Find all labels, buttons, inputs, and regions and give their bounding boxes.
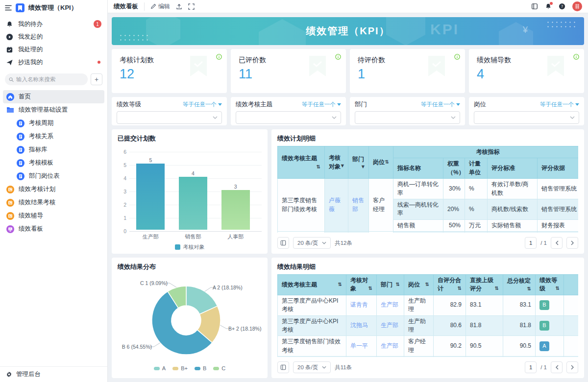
col-header-0[interactable]: 绩效考核主题⇅ [278,275,346,295]
info-icon[interactable] [454,53,460,62]
filter-operator-dropdown[interactable]: 等于任意一个 [302,101,341,108]
dept-link[interactable]: 生产部 [381,301,398,308]
search-input-field[interactable] [16,76,84,82]
sidebar-quick-item[interactable]: 抄送我的 [0,56,107,69]
theme-filter-select[interactable] [236,111,341,124]
sort-icon: ⇅ [556,285,560,292]
dept-link[interactable]: 生产部 [381,322,398,329]
prev-page-button[interactable] [551,237,563,249]
dept-link[interactable]: 生产部 [381,342,398,349]
sidebar-item-考核关系[interactable]: 考核关系 [3,130,104,143]
search-input[interactable] [5,73,88,85]
bar-人事部[interactable] [221,190,250,230]
person-link[interactable]: 卢薇薇 [329,197,341,212]
chart-title: 绩效结果分布 [112,263,268,271]
bar-chart-legend[interactable]: 考核对象 [112,243,268,251]
module-icon [6,199,14,207]
col-header-7[interactable]: 绩效等级⇅ [536,275,564,295]
share-button[interactable] [176,3,182,10]
person-link[interactable]: 沈拖马 [350,322,368,329]
page-size-select[interactable]: 20 条/页 [293,361,331,373]
legend-item-A[interactable]: A [154,365,166,371]
bar-销售部[interactable] [179,177,207,230]
result-table-wrap: 绩效考核主题⇅考核对象⇅部门⇅岗位⇅自评分合计⇅直接上级评分⇅总分核定⇅绩效等级… [277,274,578,357]
sidebar-item-home[interactable]: 首页 [3,90,104,103]
dept-link[interactable]: 销售部 [352,197,364,212]
person-link[interactable]: 谌青青 [350,301,368,308]
chevron-left-icon [555,365,559,370]
sidebar-item-绩效结果考核[interactable]: 绩效结果考核 [3,196,104,209]
page-number-input[interactable]: 1 [525,237,537,249]
sidebar-item-指标库[interactable]: 指标库 [3,143,104,156]
col-header-3[interactable]: 岗位⇅ [404,275,434,295]
col-header-standard[interactable]: 评分标准 [488,158,538,179]
table-row: 第三季度销售部门绩效考核张滨销售部客户经理商机—订单转化率30%%有效订单数/商… [278,232,579,233]
user-avatar[interactable] [572,1,582,11]
legend-item-B[interactable]: B [195,365,206,371]
col-header-1[interactable]: 考核对象⇅ [346,275,377,295]
col-header-basis[interactable]: 评分依据 [538,158,579,179]
col-header-2[interactable]: 部门⇅ [377,275,404,295]
legend-item-C[interactable]: C [213,365,225,371]
columns-toggle-button[interactable] [277,361,289,373]
fullscreen-button[interactable] [188,3,195,10]
cell-empty [564,315,579,336]
menu-label: 考核模板 [29,159,53,167]
columns-toggle-button[interactable] [277,237,289,249]
filter-operator-dropdown[interactable]: 等于任意一个 [421,101,460,108]
notifications-button[interactable] [545,3,552,10]
tab-dashboard[interactable]: 绩效看板 [114,2,145,11]
col-header-dept[interactable]: 部门▼ [348,146,369,179]
hamburger-menu-icon[interactable] [5,5,12,11]
chevron-down-icon [218,103,222,106]
next-page-button[interactable] [566,361,578,373]
sidebar-item-绩效看板[interactable]: 绩效看板 [3,222,104,236]
side-panel-button[interactable] [531,3,538,10]
dept-filter-select[interactable] [355,111,460,124]
info-icon[interactable] [335,53,341,62]
cell-dept: 生产部 [377,295,404,315]
legend-marker [195,367,200,370]
filter-label: 部门 [355,100,367,109]
prev-page-button[interactable] [551,361,563,373]
sidebar-quick-item[interactable]: 我处理的 [0,43,107,56]
col-header-unit[interactable]: 计量单位 [465,158,488,179]
help-button[interactable]: ? [559,3,565,10]
info-icon[interactable] [216,53,222,62]
filter-operator-dropdown[interactable]: 等于任意一个 [540,101,579,108]
sidebar-item-绩效考核计划[interactable]: 绩效考核计划 [3,183,104,196]
col-header-post[interactable]: 岗位⇅ [369,146,393,179]
col-header-5[interactable]: 直接上级评分⇅ [466,275,503,295]
bar-生产部[interactable] [136,164,165,230]
col-header-theme[interactable]: 绩效考核主题⇅ [278,146,325,179]
columns-icon [280,364,286,370]
sidebar-item-考核模板[interactable]: 考核模板 [3,156,104,169]
post-filter-select[interactable] [474,111,579,124]
person-link[interactable]: 单一平 [350,342,368,349]
sidebar-quick-item[interactable]: 我发起的 [0,30,107,43]
stat-label: 已评价数 [239,56,338,65]
col-header-4[interactable]: 自评分合计⇅ [434,275,466,295]
grade-filter-select[interactable] [117,111,222,124]
next-page-button[interactable] [566,237,578,249]
sidebar-item-绩效辅导[interactable]: 绩效辅导 [3,209,104,222]
sidebar-quick-item[interactable]: 我的待办1 [0,18,107,30]
col-header-target[interactable]: 考核对象▼ [325,146,348,179]
page-size-select[interactable]: 20 条/页 [293,237,331,249]
col-header-indicator[interactable]: 指标名称 [393,158,443,179]
admin-console-link[interactable]: 管理后台 [0,366,107,382]
cell-theme: 第三季度产品中心KPI考核 [278,295,346,315]
legend-item-B+[interactable]: B+ [172,365,188,371]
add-button[interactable]: + [91,73,102,85]
info-icon[interactable] [573,53,579,62]
col-header-6[interactable]: 总分核定⇅ [503,275,536,295]
x-axis-label: 生产部 [143,233,159,240]
sidebar-item-考核周期[interactable]: 考核周期 [3,117,104,130]
filter-operator-dropdown[interactable]: 等于任意一个 [183,101,222,108]
col-header-weight[interactable]: 权重（%） [443,158,465,179]
page-number-input[interactable]: 1 [525,361,537,373]
donut-chart-legend[interactable]: AB+BC [112,365,268,371]
sidebar-group-settings[interactable]: 绩效管理基础设置 [3,103,104,117]
edit-button[interactable]: 编辑 [150,2,170,11]
sidebar-item-部门岗位表[interactable]: 部门岗位表 [3,169,104,183]
